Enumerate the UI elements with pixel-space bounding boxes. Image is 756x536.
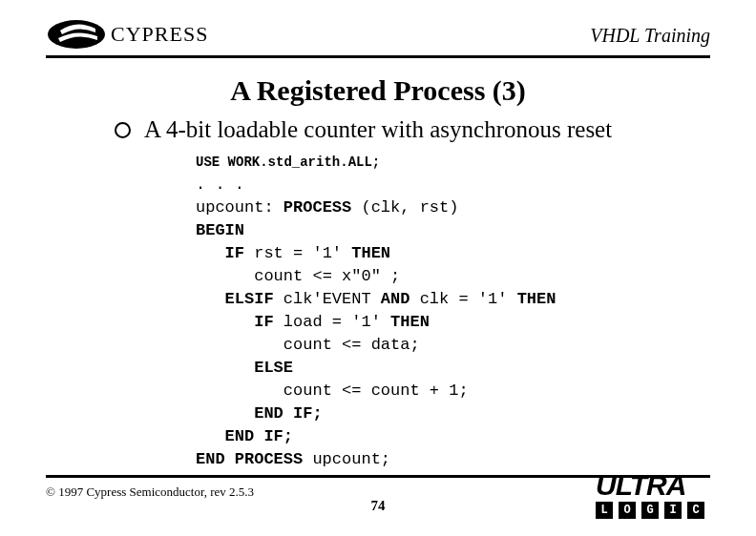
kw-else: ELSE — [254, 359, 293, 377]
code-count-inc: count <= count + 1; — [284, 381, 469, 400]
cypress-logo-icon — [46, 17, 107, 52]
code-rst: rst = '1' — [244, 244, 351, 262]
logic-box-o: O — [619, 502, 636, 519]
logic-box-c: C — [687, 502, 704, 519]
kw-if-2: IF — [254, 313, 273, 331]
header-right-label: VHDL Training — [590, 25, 710, 47]
brand-top-left: CYPRESS — [46, 17, 208, 52]
bullet-row: A 4-bit loadable counter with asynchrono… — [115, 116, 612, 143]
slide-title: A Registered Process (3) — [0, 74, 756, 107]
slide: CYPRESS VHDL Training A Registered Proce… — [0, 0, 756, 536]
code-use-line: USE WORK.std_arith.ALL; — [196, 155, 380, 170]
kw-endif-2: END IF; — [225, 427, 293, 445]
logic-boxes: LOGIC — [596, 500, 710, 519]
brand-bottom-right: ULTRA LOGIC — [596, 472, 710, 519]
code-clk-a: clk'EVENT — [274, 290, 381, 308]
kw-then-1: THEN — [351, 244, 390, 262]
bullet-marker-icon — [115, 122, 131, 138]
code-upcount-pre: upcount: — [196, 198, 284, 216]
code-clk-b: clk = '1' — [410, 290, 516, 308]
brand-name: CYPRESS — [111, 22, 208, 47]
ultra-wordmark: ULTRA — [596, 472, 710, 498]
code-count0: count <= x"0" ; — [254, 267, 400, 285]
kw-begin: BEGIN — [196, 221, 244, 239]
kw-then-3: THEN — [390, 313, 430, 331]
kw-and: AND — [381, 290, 410, 308]
kw-endprocess: END PROCESS — [196, 450, 303, 468]
code-block: USE WORK.std_arith.ALL; . . . upcount: P… — [196, 151, 556, 471]
code-endproc-post: upcount; — [303, 450, 390, 468]
logic-box-g: G — [641, 502, 659, 519]
kw-elsif: ELSIF — [225, 290, 274, 308]
code-count-data: count <= data; — [284, 336, 420, 354]
top-rule — [46, 55, 710, 58]
code-upcount-post: (clk, rst) — [351, 198, 458, 216]
kw-process: PROCESS — [284, 198, 351, 216]
kw-endif-1: END IF; — [254, 404, 322, 423]
code-ellipsis: . . . — [196, 175, 244, 194]
code-load: load = '1' — [274, 313, 390, 331]
logic-box-l: L — [596, 502, 613, 519]
kw-if-1: IF — [225, 244, 244, 262]
logic-box-i: I — [664, 502, 682, 519]
kw-then-2: THEN — [517, 290, 556, 308]
bullet-text: A 4-bit loadable counter with asynchrono… — [144, 116, 612, 143]
